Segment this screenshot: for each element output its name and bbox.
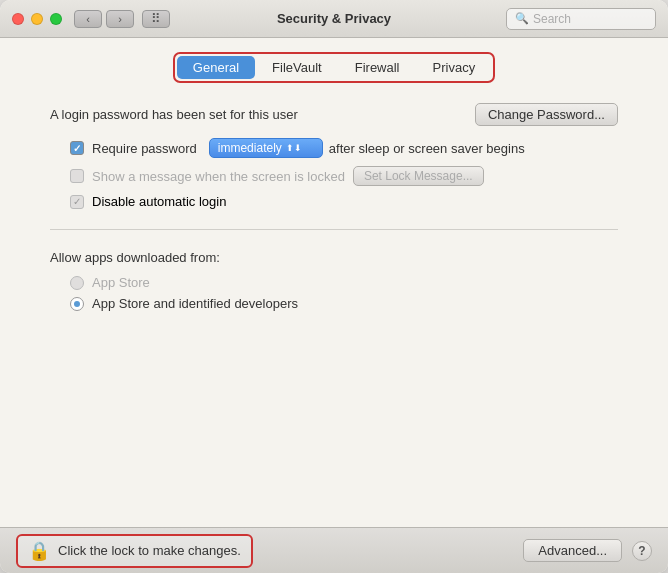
login-password-text: A login password has been set for this u…: [50, 107, 298, 122]
app-store-developers-label: App Store and identified developers: [92, 296, 298, 311]
close-button[interactable]: [12, 13, 24, 25]
bottom-bar: 🔒 Click the lock to make changes. Advanc…: [0, 527, 668, 573]
require-password-row: Require password immediately ⬆⬇ after sl…: [50, 138, 618, 158]
lock-text: Click the lock to make changes.: [58, 543, 241, 558]
immediately-dropdown[interactable]: immediately ⬆⬇: [209, 138, 323, 158]
traffic-lights: [12, 13, 62, 25]
show-message-checkbox[interactable]: [70, 169, 84, 183]
require-password-checkbox[interactable]: [70, 141, 84, 155]
disable-auto-login-row: Disable automatic login: [50, 194, 618, 209]
tab-general[interactable]: General: [177, 56, 255, 79]
search-box[interactable]: 🔍 Search: [506, 8, 656, 30]
grid-button[interactable]: ⠿: [142, 10, 170, 28]
tab-firewall[interactable]: Firewall: [339, 56, 416, 79]
app-store-radio[interactable]: [70, 276, 84, 290]
window-title: Security & Privacy: [277, 11, 391, 26]
dropdown-arrow-icon: ⬆⬇: [286, 143, 302, 153]
allow-apps-section: Allow apps downloaded from: App Store Ap…: [50, 250, 618, 311]
bottom-right: Advanced... ?: [523, 539, 652, 562]
app-store-developers-radio[interactable]: [70, 297, 84, 311]
settings-area: A login password has been set for this u…: [0, 93, 668, 527]
app-store-radio-row: App Store: [50, 275, 618, 290]
login-password-row: A login password has been set for this u…: [50, 103, 618, 126]
after-sleep-text: after sleep or screen saver begins: [329, 141, 525, 156]
tab-privacy[interactable]: Privacy: [417, 56, 492, 79]
titlebar: ‹ › ⠿ Security & Privacy 🔍 Search: [0, 0, 668, 38]
show-message-row: Show a message when the screen is locked…: [50, 166, 618, 186]
allow-apps-heading: Allow apps downloaded from:: [50, 250, 618, 265]
show-message-label: Show a message when the screen is locked: [92, 169, 345, 184]
nav-buttons: ‹ ›: [74, 10, 134, 28]
search-placeholder: Search: [533, 12, 571, 26]
advanced-button[interactable]: Advanced...: [523, 539, 622, 562]
immediately-value: immediately: [218, 141, 282, 155]
minimize-button[interactable]: [31, 13, 43, 25]
lock-icon: 🔒: [28, 540, 50, 562]
tabs-container: General FileVault Firewall Privacy: [0, 38, 668, 93]
tabs-wrapper: General FileVault Firewall Privacy: [173, 52, 495, 83]
forward-button[interactable]: ›: [106, 10, 134, 28]
search-icon: 🔍: [515, 12, 529, 25]
divider: [50, 229, 618, 230]
change-password-button[interactable]: Change Password...: [475, 103, 618, 126]
maximize-button[interactable]: [50, 13, 62, 25]
app-store-developers-radio-row: App Store and identified developers: [50, 296, 618, 311]
disable-auto-login-checkbox[interactable]: [70, 195, 84, 209]
require-password-label: Require password: [92, 141, 197, 156]
grid-icon: ⠿: [151, 11, 161, 26]
tab-filevault[interactable]: FileVault: [256, 56, 338, 79]
app-store-label: App Store: [92, 275, 150, 290]
back-button[interactable]: ‹: [74, 10, 102, 28]
set-lock-message-button[interactable]: Set Lock Message...: [353, 166, 484, 186]
content-area: General FileVault Firewall Privacy A log…: [0, 38, 668, 527]
lock-area[interactable]: 🔒 Click the lock to make changes.: [16, 534, 253, 568]
main-window: ‹ › ⠿ Security & Privacy 🔍 Search Genera…: [0, 0, 668, 573]
forward-arrow-icon: ›: [118, 13, 122, 25]
help-button[interactable]: ?: [632, 541, 652, 561]
back-arrow-icon: ‹: [86, 13, 90, 25]
disable-auto-login-label: Disable automatic login: [92, 194, 226, 209]
